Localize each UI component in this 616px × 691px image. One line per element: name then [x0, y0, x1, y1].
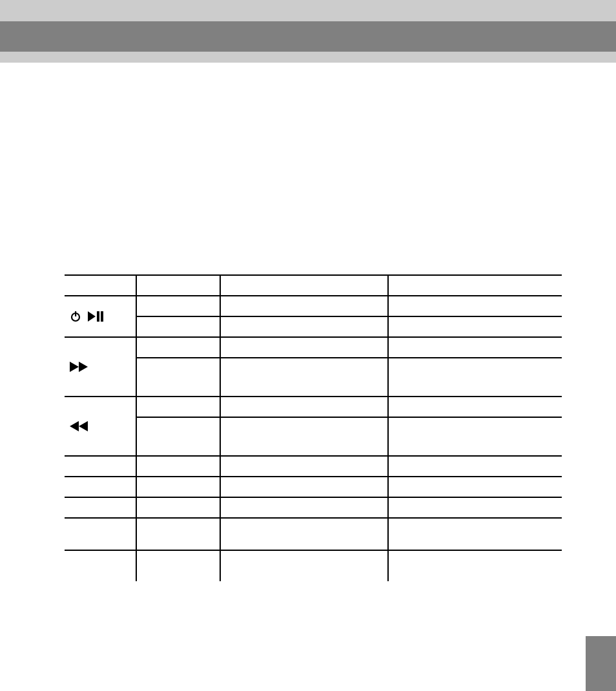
- row-rew-press: [65, 397, 562, 417]
- th-play: [220, 275, 387, 296]
- svg-marker-8: [79, 421, 88, 431]
- cell-action: [136, 358, 220, 397]
- cell-button: [65, 497, 136, 518]
- cell-in-pause: [387, 477, 562, 497]
- cell-in-play: [220, 296, 387, 316]
- cell-button: [65, 518, 136, 550]
- play-pause-icon: [88, 311, 105, 322]
- row-vol-up: [65, 456, 562, 477]
- cell-action: [136, 316, 220, 337]
- cell-action: [136, 497, 220, 518]
- svg-marker-5: [70, 362, 79, 372]
- th-action: [136, 275, 220, 296]
- cell-button-rew: [65, 397, 136, 456]
- th-pause: [387, 275, 562, 296]
- cell-in-play: [220, 316, 387, 337]
- cell-button: [65, 456, 136, 477]
- fast-forward-icon: [70, 362, 89, 372]
- cell-in-pause: [387, 397, 562, 417]
- cell-button-power-play: [65, 296, 136, 337]
- cell-action: [136, 337, 220, 358]
- cell-action: [136, 417, 220, 456]
- svg-rect-4: [101, 311, 103, 322]
- cell-in-play: [220, 518, 387, 550]
- cell-in-pause: [387, 358, 562, 397]
- row-power-playpause-hold: [65, 316, 562, 337]
- cell-action: [136, 477, 220, 497]
- cell-in-play: [220, 456, 387, 477]
- cell-action: [136, 456, 220, 477]
- manual-page: [0, 0, 616, 691]
- row-ffwd-press: [65, 337, 562, 358]
- power-icon: [70, 311, 81, 322]
- svg-rect-1: [75, 311, 76, 316]
- cell-in-pause: [387, 337, 562, 358]
- page-header-dark-band: [0, 21, 616, 52]
- cell-button-ffwd: [65, 337, 136, 397]
- page-number-tab: [586, 636, 616, 691]
- rewind-icon: [70, 421, 89, 431]
- row-power-playpause-press: [65, 296, 562, 316]
- cell-in-play: [220, 497, 387, 518]
- controls-table: [65, 274, 562, 551]
- th-button: [65, 275, 136, 296]
- cell-in-pause: [387, 456, 562, 477]
- cell-in-pause: [387, 296, 562, 316]
- cell-in-play: [220, 477, 387, 497]
- svg-marker-6: [79, 362, 88, 372]
- cell-in-play: [220, 337, 387, 358]
- cell-in-play: [220, 397, 387, 417]
- cell-in-play: [220, 358, 387, 397]
- row-ffwd-hold: [65, 358, 562, 397]
- cell-in-pause: [387, 316, 562, 337]
- cell-button: [65, 477, 136, 497]
- table-header-row: [65, 275, 562, 296]
- cell-in-play: [220, 417, 387, 456]
- cell-in-pause: [387, 417, 562, 456]
- cell-in-pause: [387, 497, 562, 518]
- cell-action: [136, 397, 220, 417]
- cell-action: [136, 518, 220, 550]
- svg-marker-7: [70, 421, 79, 431]
- svg-marker-2: [88, 311, 96, 322]
- row-rew-hold: [65, 417, 562, 456]
- row-menu: [65, 518, 562, 550]
- row-vol-down: [65, 477, 562, 497]
- row-hold: [65, 497, 562, 518]
- svg-rect-3: [97, 311, 99, 322]
- cell-in-pause: [387, 518, 562, 550]
- cell-action: [136, 296, 220, 316]
